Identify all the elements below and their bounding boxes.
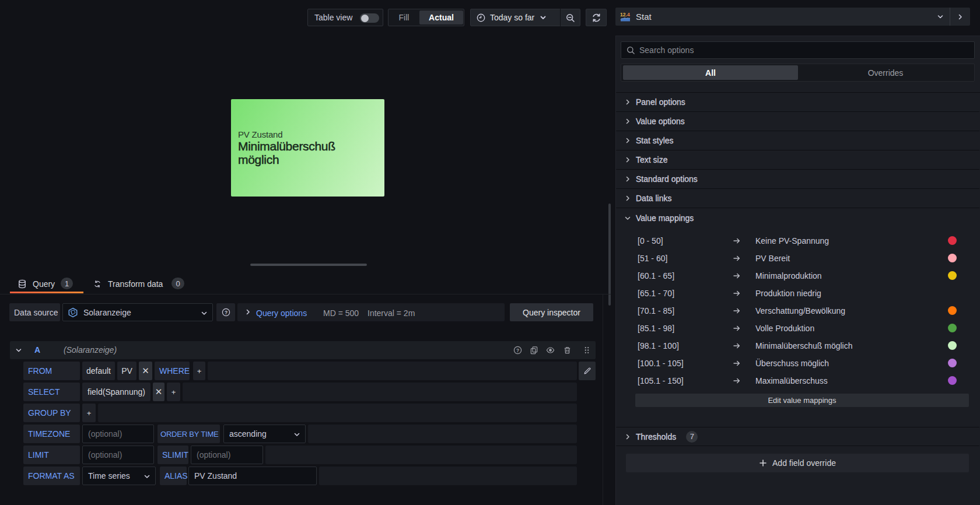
svg-text:12.4: 12.4 xyxy=(620,12,630,17)
svg-text:?: ? xyxy=(224,310,227,315)
svg-text:?: ? xyxy=(516,348,519,353)
